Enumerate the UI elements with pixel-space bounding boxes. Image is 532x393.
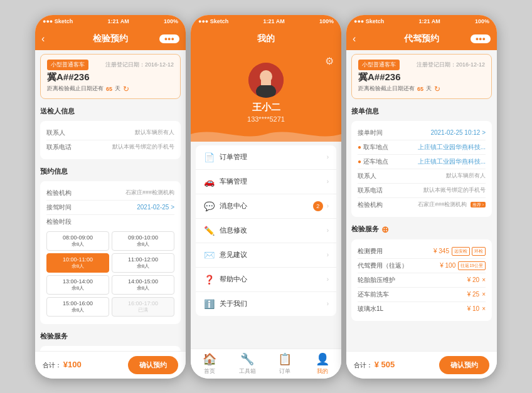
pickup-value-1[interactable]: 2021-02-25 > [137, 204, 174, 211]
plate-3: 冀A##236 [358, 71, 485, 83]
remove-fee-4[interactable]: × [482, 305, 486, 312]
remove-fee-2[interactable]: × [482, 276, 486, 283]
battery-2: 100% [319, 18, 334, 24]
chevron-message: › [327, 202, 329, 209]
refresh-icon-1[interactable]: ↻ [123, 85, 129, 93]
screen1-phone: ●●● Sketch 1:21 AM 100% ‹ 检验预约 ●●● 小型普通客… [35, 15, 186, 379]
nav-bar-1: ‹ 检验预约 ●●● [35, 28, 186, 50]
edit-icon: ✏️ [203, 226, 215, 236]
menu-list: 📄 订单管理 › 🚗 车辆管理 › [196, 145, 336, 316]
pickup-label-1: 接驾时间 [46, 203, 72, 212]
total-label-3: 合计： [354, 362, 373, 369]
menu-message-label: 消息中心 [220, 201, 247, 211]
nav-title-2: 我的 [257, 33, 275, 45]
chevron-vehicle: › [327, 178, 329, 185]
reg-date-3: 注册登记日期：2016-12-12 [417, 61, 485, 69]
status-bar-3: ●●● Sketch 1:21 AM 100% [346, 15, 497, 28]
vehicle-icon: 🚗 [203, 177, 215, 187]
screen3-phone: ●●● Sketch 1:21 AM 100% ‹ 代驾预约 ●●● 小型普通客… [346, 15, 497, 379]
total-label-1: 合计： [43, 362, 61, 369]
to-row-3[interactable]: ●还车地点 上庄镇工业园华燕科技... [358, 155, 486, 169]
tab-home[interactable]: 🏠 首页 [191, 352, 228, 375]
fee-row-3: 还车前洗车 ¥ 25 × [358, 288, 486, 302]
menu-help[interactable]: ❓ 帮助中心 › [196, 268, 336, 292]
about-icon: ℹ️ [203, 299, 215, 309]
from-value-3[interactable]: 上庄镇工业园华燕科技... [418, 143, 486, 152]
menu-feedback[interactable]: ✉️ 意见建议 › [196, 243, 336, 268]
chevron-help: › [327, 276, 329, 283]
contact-value-3: 默认车辆所有人 [446, 172, 486, 180]
tab-tools[interactable]: 🔧 工具箱 [228, 352, 266, 375]
battery-3: 100% [475, 18, 489, 24]
contact-value-1: 默认车辆所有人 [135, 128, 174, 137]
tab-profile[interactable]: 👤 我的 [304, 352, 341, 375]
phone-row-3: 联系电话 默认本账号绑定的手机号 [358, 184, 486, 198]
confirm-btn-3[interactable]: 确认预约 [439, 356, 489, 374]
slot-4[interactable]: 13:00-14:00 余8人 [46, 275, 109, 295]
chevron-about: › [327, 300, 329, 307]
reg-date-1: 注册登记日期：2016-12-12 [105, 61, 174, 69]
contact-label-3: 联系人 [358, 172, 376, 181]
contact-label-1: 联系人 [46, 128, 65, 137]
time-1: 1:21 AM [108, 18, 129, 24]
add-service-btn[interactable]: ⊕ [381, 224, 389, 234]
fee-row-4: 玻璃水1L ¥ 10 × [358, 302, 486, 316]
slot-2[interactable]: 10:00-11:00 余8人 [46, 253, 109, 273]
chevron-order: › [327, 154, 329, 160]
expire-1: 距离检验截止日期还有 65 天 ↻ [47, 85, 174, 93]
home-icon: 🏠 [203, 352, 216, 366]
fee-row-1: 代驾费用（往返） ¥ 100 往返19公里 [358, 259, 486, 273]
menu-profile-edit[interactable]: ✏️ 信息修改 › [196, 219, 336, 243]
tab-bar-2: 🏠 首页 🔧 工具箱 📋 订单 👤 我的 [191, 348, 341, 379]
nav-title-1: 检验预约 [93, 33, 128, 45]
status-bar-1: ●●● Sketch 1:21 AM 100% [35, 15, 186, 28]
menu-order[interactable]: 📄 订单管理 › [196, 145, 336, 170]
service-card-1: 预约定金 ¥100 [40, 346, 181, 351]
to-value-3[interactable]: 上庄镇工业园华燕科技... [418, 157, 486, 166]
menu-order-label: 订单管理 [220, 152, 247, 162]
status-bar-2: ●●● Sketch 1:21 AM 100% [191, 15, 341, 28]
message-icon: 💬 [203, 201, 215, 211]
section-service-3: 检验服务 ⊕ [346, 221, 497, 236]
pickup-row-1[interactable]: 接驾时间 2021-02-25 > [46, 201, 174, 215]
confirm-btn-1[interactable]: 确认预约 [128, 356, 178, 374]
settings-icon[interactable]: ⚙ [325, 55, 334, 67]
section-booking-1: 预约信息 [35, 163, 186, 177]
contact-row-1: 联系人 默认车辆所有人 [46, 126, 174, 140]
expire-unit-1: 天 [115, 85, 120, 93]
pickup-time-value-3[interactable]: 2021-02-25 10:12 > [430, 129, 486, 136]
wave [191, 127, 341, 142]
slot-3[interactable]: 11:00-12:00 余8人 [112, 253, 174, 273]
menu-vehicle[interactable]: 🚗 车辆管理 › [196, 170, 336, 194]
menu-about[interactable]: ℹ️ 关于我们 › [196, 292, 336, 316]
screen3-content: 小型普通客车 注册登记日期：2016-12-12 冀A##236 距离检验截止日… [346, 50, 497, 351]
nav-title-3: 代驾预约 [404, 33, 439, 45]
slot-1[interactable]: 09:00-10:00 余8人 [112, 231, 174, 251]
phone-label-3: 联系电话 [358, 186, 383, 195]
phone-value-1: 默认本账号绑定的手机号 [112, 143, 174, 151]
tab-orders[interactable]: 📋 订单 [266, 352, 304, 375]
message-badge: 2 [313, 201, 323, 211]
nav-bar-3: ‹ 代驾预约 ●●● [346, 28, 497, 50]
slot-5[interactable]: 14:00-15:00 余8人 [112, 275, 174, 295]
back-button-1[interactable]: ‹ [41, 33, 45, 45]
profile-phone: 133****5271 [247, 115, 285, 123]
menu-message[interactable]: 💬 消息中心 2 › [196, 194, 336, 219]
signal-2: ●●● Sketch [198, 18, 228, 24]
expire-3: 距离检验截止日期还有 65 天 ↻ [358, 85, 485, 93]
slot-0[interactable]: 08:00-09:00 余8人 [46, 231, 109, 251]
pickup-time-row-3[interactable]: 接单时间 2021-02-25 10:12 > [358, 126, 486, 140]
profile-icon: 👤 [316, 352, 329, 366]
bottom-bar-3: 合计： ¥ 505 确认预约 [346, 351, 497, 379]
contact-row-3: 联系人 默认车辆所有人 [358, 169, 486, 184]
from-row-3[interactable]: ●取车地点 上庄镇工业园华燕科技... [358, 140, 486, 155]
expire-days-3: 65 [417, 86, 423, 92]
phone-value-3: 默认本账号绑定的手机号 [423, 186, 486, 194]
refresh-icon-3[interactable]: ↻ [434, 85, 440, 93]
nav-right-1: ●●● [159, 35, 179, 42]
org-value-3: 石家庄###检测机构 推荐 › [418, 201, 486, 209]
back-button-3[interactable]: ‹ [353, 33, 356, 45]
slot-6[interactable]: 15:00-16:00 余8人 [46, 297, 109, 317]
remove-fee-3[interactable]: × [482, 291, 486, 298]
vehicle-type-tag-3: 小型普通客车 [358, 60, 400, 70]
